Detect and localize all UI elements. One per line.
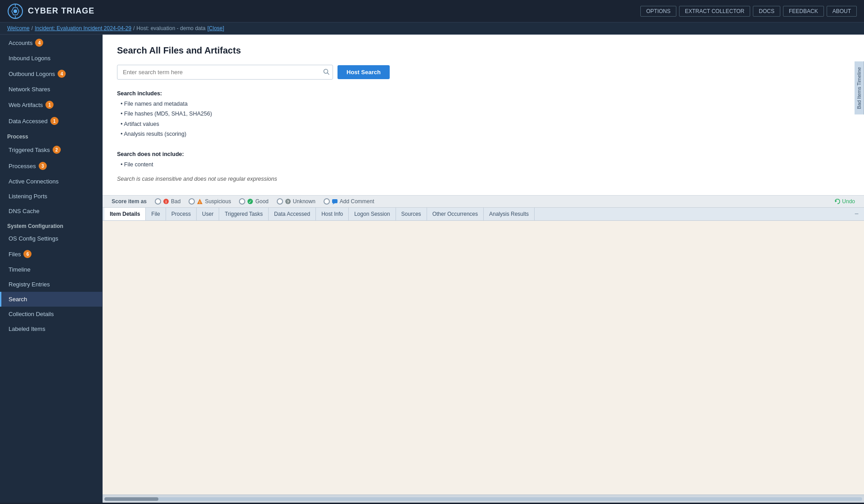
sidebar-item-registry-entries[interactable]: Registry Entries <box>0 277 102 292</box>
sidebar-label-outbound-logons: Outbound Logons <box>9 71 55 77</box>
score-comment-label: Add Comment <box>340 198 374 205</box>
breadcrumb-host: Host: evaluation - demo data <box>136 25 205 31</box>
sidebar-label-inbound-logons: Inbound Logons <box>9 55 50 62</box>
sidebar-label-labeled-items: Labeled Items <box>9 326 45 332</box>
sidebar-item-network-shares[interactable]: Network Shares <box>0 82 102 97</box>
sidebar-label-listening-ports: Listening Ports <box>9 193 47 200</box>
sidebar-section-system-config-section: System Configuration <box>0 219 102 231</box>
sidebar-item-search[interactable]: Search <box>0 292 102 307</box>
undo-button[interactable]: Undo <box>834 198 855 205</box>
include-item: File names and metadata <box>121 99 850 109</box>
breadcrumb-sep2: / <box>133 25 135 31</box>
sidebar-item-active-connections[interactable]: Active Connections <box>0 174 102 189</box>
sidebar-item-files-section[interactable]: Files6 <box>0 246 102 262</box>
search-includes-list: File names and metadataFile hashes (MD5,… <box>117 99 850 139</box>
sidebar-item-inbound-logons[interactable]: Inbound Logons <box>0 51 102 66</box>
sidebar-item-data-accessed[interactable]: Data Accessed1 <box>0 113 102 129</box>
score-unknown-option[interactable]: ? Unknown <box>277 198 315 205</box>
tab-file[interactable]: File <box>146 208 166 220</box>
search-info: Search includes: File names and metadata… <box>117 89 850 184</box>
score-good-option[interactable]: ✓ Good <box>239 198 268 205</box>
sidebar-label-triggered-tasks: Triggered Tasks <box>9 147 50 153</box>
score-good-radio <box>239 198 245 205</box>
include-item: Artifact values <box>121 119 850 129</box>
sidebar-item-accounts[interactable]: Accounts4 <box>0 35 102 51</box>
score-label: Score item as <box>112 198 147 205</box>
breadcrumb-close[interactable]: [Close] <box>207 25 224 31</box>
search-includes-title: Search includes: <box>117 89 850 99</box>
tab-logon-session[interactable]: Logon Session <box>349 208 396 220</box>
sidebar-label-processes: Processes <box>9 163 36 169</box>
sidebar-item-outbound-logons[interactable]: Outbound Logons4 <box>0 66 102 82</box>
tab-data-accessed[interactable]: Data Accessed <box>269 208 316 220</box>
score-bar: Score item as ! Bad ! Suspicious <box>103 196 864 208</box>
tabs-bar: Item DetailsFileProcessUserTriggered Tas… <box>103 208 864 221</box>
extract-collector-button[interactable]: EXTRACT COLLECTOR <box>679 6 750 17</box>
sidebar-label-accounts: Accounts <box>9 40 32 46</box>
sidebar-badge-web-artifacts: 1 <box>45 101 54 109</box>
sidebar-item-processes[interactable]: Processes3 <box>0 158 102 174</box>
host-search-button[interactable]: Host Search <box>338 65 390 79</box>
sidebar-item-triggered-tasks[interactable]: Triggered Tasks2 <box>0 142 102 158</box>
topbar: CYBER TRIAGE OPTIONS EXTRACT COLLECTOR D… <box>0 0 864 22</box>
tabs-collapse-button[interactable]: − <box>851 208 862 220</box>
sidebar-item-dns-cache[interactable]: DNS Cache <box>0 204 102 219</box>
tab-other-occurrences[interactable]: Other Occurrences <box>427 208 484 220</box>
not-include-item: File content <box>121 160 850 170</box>
sidebar-label-os-config-settings: OS Config Settings <box>9 235 58 242</box>
sidebar-item-listening-ports[interactable]: Listening Ports <box>0 189 102 204</box>
search-not-includes-title: Search does not include: <box>117 149 850 160</box>
tab-triggered-tasks[interactable]: Triggered Tasks <box>219 208 269 220</box>
options-button[interactable]: OPTIONS <box>640 6 676 17</box>
score-bad-option[interactable]: ! Bad <box>155 198 180 205</box>
tab-user[interactable]: User <box>197 208 219 220</box>
score-bad-radio <box>155 198 161 205</box>
sidebar-item-labeled-items[interactable]: Labeled Items <box>0 321 102 336</box>
include-item: Analysis results (scoring) <box>121 129 850 139</box>
search-icon-button[interactable] <box>323 68 329 76</box>
sidebar-badge-data-accessed: 1 <box>50 117 58 125</box>
main-content-area <box>103 221 864 495</box>
tab-analysis-results[interactable]: Analysis Results <box>484 208 535 220</box>
score-suspicious-option[interactable]: ! Suspicious <box>189 198 231 205</box>
score-good-label: Good <box>255 198 268 205</box>
breadcrumb-sep1: / <box>32 25 33 31</box>
sidebar-item-collection-details[interactable]: Collection Details <box>0 307 102 321</box>
search-input-wrapper <box>117 65 333 80</box>
svg-marker-16 <box>835 200 837 202</box>
feedback-button[interactable]: FEEDBACK <box>783 6 824 17</box>
sidebar-item-os-config-settings[interactable]: OS Config Settings <box>0 231 102 246</box>
sidebar-item-web-artifacts[interactable]: Web Artifacts1 <box>0 97 102 113</box>
svg-text:!: ! <box>166 200 167 204</box>
score-add-comment-option[interactable]: Add Comment <box>324 198 374 205</box>
tab-sources[interactable]: Sources <box>396 208 427 220</box>
sidebar-label-data-accessed: Data Accessed <box>9 118 48 125</box>
svg-marker-15 <box>333 203 335 205</box>
about-button[interactable]: ABOUT <box>827 6 857 17</box>
sidebar-label-registry-entries: Registry Entries <box>9 281 50 288</box>
tab-host-info[interactable]: Host Info <box>316 208 349 220</box>
breadcrumb-incident[interactable]: Incident: Evaluation Incident 2024-04-29 <box>35 25 131 31</box>
score-unknown-label: Unknown <box>293 198 315 205</box>
scrollbar-thumb[interactable] <box>104 497 158 501</box>
sidebar-badge-processes: 3 <box>39 162 47 170</box>
include-item: File hashes (MD5, SHA1, SHA256) <box>121 109 850 119</box>
sidebar-item-timeline[interactable]: Timeline <box>0 262 102 277</box>
sidebar-label-files-section: Files <box>9 251 21 258</box>
bad-icon: ! <box>163 198 169 205</box>
tab-process[interactable]: Process <box>166 208 197 220</box>
bad-items-timeline-tab[interactable]: Bad Items Timeline <box>855 62 864 115</box>
svg-text:✓: ✓ <box>248 199 252 204</box>
svg-line-5 <box>328 73 329 75</box>
sidebar-label-dns-cache: DNS Cache <box>9 208 40 214</box>
tab-item-details[interactable]: Item Details <box>104 208 146 220</box>
suspicious-icon: ! <box>197 198 203 205</box>
sidebar-label-timeline: Timeline <box>9 266 31 273</box>
horizontal-scrollbar[interactable] <box>104 497 862 501</box>
docs-button[interactable]: DOCS <box>753 6 780 17</box>
breadcrumb-welcome[interactable]: Welcome <box>7 25 30 31</box>
search-title: Search All Files and Artifacts <box>117 45 850 56</box>
search-input[interactable] <box>117 65 333 80</box>
sidebar-label-collection-details: Collection Details <box>9 311 54 317</box>
search-note: Search is case insensitive and does not … <box>117 174 850 184</box>
